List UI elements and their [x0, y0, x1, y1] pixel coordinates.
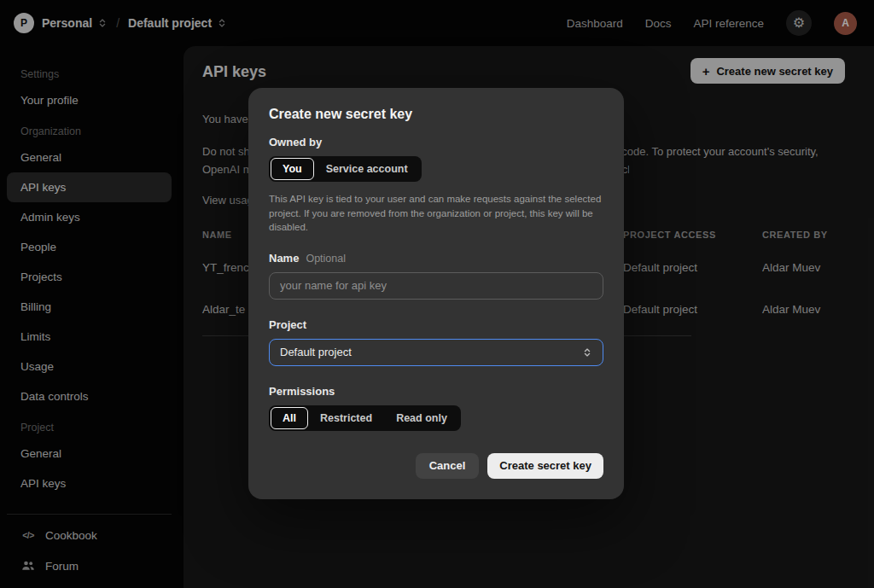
page: P Personal / Default project Dashboard D…	[0, 0, 874, 588]
modal-title: Create new secret key	[269, 107, 603, 122]
owned-by-description: This API key is tied to your user and ca…	[269, 192, 603, 235]
permission-option-read-only[interactable]: Read only	[384, 407, 459, 429]
permissions-segmented: All Restricted Read only	[269, 405, 461, 431]
name-optional-hint: Optional	[306, 253, 346, 265]
owner-option-service-account[interactable]: Service account	[314, 158, 420, 180]
owned-by-segmented: You Service account	[269, 156, 422, 182]
project-label: Project	[269, 318, 603, 331]
owner-option-you[interactable]: You	[271, 158, 314, 180]
project-select[interactable]: Default project	[269, 339, 603, 366]
permission-option-all[interactable]: All	[271, 407, 308, 429]
submit-create-key-button[interactable]: Create secret key	[487, 453, 603, 479]
owned-by-label: Owned by	[269, 136, 603, 148]
chevron-up-down-icon	[582, 347, 592, 358]
create-key-modal: Create new secret key Owned by You Servi…	[248, 88, 624, 499]
name-label: Name	[269, 252, 299, 265]
api-key-name-input[interactable]	[269, 272, 603, 300]
project-select-value: Default project	[280, 346, 352, 358]
permissions-label: Permissions	[269, 385, 603, 398]
modal-actions: Cancel Create secret key	[269, 453, 603, 479]
cancel-button[interactable]: Cancel	[416, 453, 480, 479]
permission-option-restricted[interactable]: Restricted	[308, 407, 384, 429]
